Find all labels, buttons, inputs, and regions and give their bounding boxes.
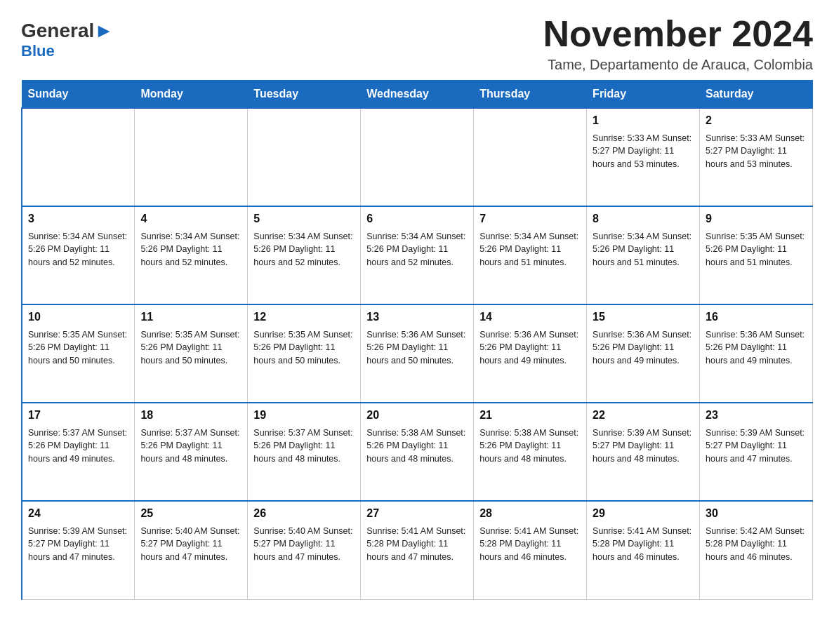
table-row: 22Sunrise: 5:39 AM Sunset: 5:27 PM Dayli… bbox=[587, 403, 700, 501]
day-number: 1 bbox=[593, 113, 694, 128]
day-info: Sunrise: 5:33 AM Sunset: 5:27 PM Dayligh… bbox=[706, 132, 807, 171]
table-row: 3Sunrise: 5:34 AM Sunset: 5:26 PM Daylig… bbox=[22, 206, 135, 304]
logo-blue: Blue bbox=[21, 42, 55, 60]
table-row: 23Sunrise: 5:39 AM Sunset: 5:27 PM Dayli… bbox=[700, 403, 813, 501]
table-row: 28Sunrise: 5:41 AM Sunset: 5:28 PM Dayli… bbox=[474, 501, 587, 599]
day-info: Sunrise: 5:34 AM Sunset: 5:26 PM Dayligh… bbox=[593, 230, 694, 269]
day-number: 13 bbox=[366, 309, 468, 325]
calendar-week-row: 3Sunrise: 5:34 AM Sunset: 5:26 PM Daylig… bbox=[22, 206, 813, 304]
day-info: Sunrise: 5:34 AM Sunset: 5:26 PM Dayligh… bbox=[28, 230, 128, 269]
table-row: 25Sunrise: 5:40 AM Sunset: 5:27 PM Dayli… bbox=[135, 501, 248, 599]
logo: General► Blue bbox=[21, 21, 114, 60]
day-info: Sunrise: 5:35 AM Sunset: 5:26 PM Dayligh… bbox=[253, 328, 355, 368]
day-info: Sunrise: 5:38 AM Sunset: 5:26 PM Dayligh… bbox=[479, 427, 581, 466]
table-row: 10Sunrise: 5:35 AM Sunset: 5:26 PM Dayli… bbox=[22, 304, 135, 403]
calendar-table: Sunday Monday Tuesday Wednesday Thursday… bbox=[21, 80, 813, 600]
table-row: 5Sunrise: 5:34 AM Sunset: 5:26 PM Daylig… bbox=[248, 206, 361, 304]
day-info: Sunrise: 5:40 AM Sunset: 5:27 PM Dayligh… bbox=[253, 525, 355, 564]
day-info: Sunrise: 5:38 AM Sunset: 5:26 PM Dayligh… bbox=[366, 427, 468, 466]
day-info: Sunrise: 5:35 AM Sunset: 5:26 PM Dayligh… bbox=[28, 328, 128, 368]
col-wednesday: Wednesday bbox=[361, 81, 474, 109]
day-info: Sunrise: 5:35 AM Sunset: 5:26 PM Dayligh… bbox=[706, 230, 807, 269]
day-info: Sunrise: 5:35 AM Sunset: 5:26 PM Dayligh… bbox=[140, 328, 241, 368]
table-row: 4Sunrise: 5:34 AM Sunset: 5:26 PM Daylig… bbox=[135, 206, 248, 304]
day-number: 4 bbox=[140, 211, 241, 227]
table-row: 16Sunrise: 5:36 AM Sunset: 5:26 PM Dayli… bbox=[700, 304, 813, 403]
day-number: 21 bbox=[479, 408, 581, 423]
day-number: 3 bbox=[28, 211, 128, 227]
day-info: Sunrise: 5:40 AM Sunset: 5:27 PM Dayligh… bbox=[140, 525, 241, 564]
day-info: Sunrise: 5:34 AM Sunset: 5:26 PM Dayligh… bbox=[366, 230, 468, 269]
day-number: 6 bbox=[366, 211, 468, 227]
day-number: 5 bbox=[253, 211, 355, 227]
day-number: 18 bbox=[140, 408, 241, 423]
day-number: 25 bbox=[140, 506, 241, 521]
table-row: 9Sunrise: 5:35 AM Sunset: 5:26 PM Daylig… bbox=[700, 206, 813, 304]
day-info: Sunrise: 5:37 AM Sunset: 5:26 PM Dayligh… bbox=[140, 427, 241, 466]
table-row: 15Sunrise: 5:36 AM Sunset: 5:26 PM Dayli… bbox=[587, 304, 700, 403]
table-row: 13Sunrise: 5:36 AM Sunset: 5:26 PM Dayli… bbox=[361, 304, 474, 403]
table-row: 18Sunrise: 5:37 AM Sunset: 5:26 PM Dayli… bbox=[135, 403, 248, 501]
title-section: November 2024 Tame, Departamento de Arau… bbox=[543, 14, 813, 73]
day-number: 11 bbox=[140, 309, 241, 325]
table-row bbox=[361, 108, 474, 206]
day-number: 29 bbox=[593, 506, 694, 521]
calendar-week-row: 1Sunrise: 5:33 AM Sunset: 5:27 PM Daylig… bbox=[22, 108, 813, 206]
day-info: Sunrise: 5:37 AM Sunset: 5:26 PM Dayligh… bbox=[253, 427, 355, 466]
col-monday: Monday bbox=[135, 81, 248, 109]
table-row: 7Sunrise: 5:34 AM Sunset: 5:26 PM Daylig… bbox=[474, 206, 587, 304]
table-row bbox=[22, 108, 135, 206]
calendar-week-row: 24Sunrise: 5:39 AM Sunset: 5:27 PM Dayli… bbox=[22, 501, 813, 599]
col-sunday: Sunday bbox=[22, 81, 135, 109]
day-number: 27 bbox=[366, 506, 468, 521]
table-row: 21Sunrise: 5:38 AM Sunset: 5:26 PM Dayli… bbox=[474, 403, 587, 501]
day-info: Sunrise: 5:39 AM Sunset: 5:27 PM Dayligh… bbox=[593, 427, 694, 466]
location-subtitle: Tame, Departamento de Arauca, Colombia bbox=[543, 57, 813, 73]
logo-general: General► bbox=[21, 21, 114, 41]
day-number: 26 bbox=[253, 506, 355, 521]
month-title: November 2024 bbox=[543, 14, 813, 54]
day-number: 20 bbox=[366, 408, 468, 423]
day-info: Sunrise: 5:39 AM Sunset: 5:27 PM Dayligh… bbox=[706, 427, 807, 466]
day-info: Sunrise: 5:41 AM Sunset: 5:28 PM Dayligh… bbox=[366, 525, 468, 564]
day-info: Sunrise: 5:34 AM Sunset: 5:26 PM Dayligh… bbox=[140, 230, 241, 269]
col-friday: Friday bbox=[587, 81, 700, 109]
day-info: Sunrise: 5:34 AM Sunset: 5:26 PM Dayligh… bbox=[253, 230, 355, 269]
col-saturday: Saturday bbox=[700, 81, 813, 109]
table-row: 14Sunrise: 5:36 AM Sunset: 5:26 PM Dayli… bbox=[474, 304, 587, 403]
calendar-week-row: 10Sunrise: 5:35 AM Sunset: 5:26 PM Dayli… bbox=[22, 304, 813, 403]
day-number: 16 bbox=[706, 309, 807, 325]
table-row bbox=[135, 108, 248, 206]
col-thursday: Thursday bbox=[474, 81, 587, 109]
day-number: 19 bbox=[253, 408, 355, 423]
day-info: Sunrise: 5:37 AM Sunset: 5:26 PM Dayligh… bbox=[28, 427, 128, 466]
day-info: Sunrise: 5:41 AM Sunset: 5:28 PM Dayligh… bbox=[593, 525, 694, 564]
logo-triangle-icon: ► bbox=[94, 20, 114, 41]
day-number: 30 bbox=[706, 506, 807, 521]
table-row: 30Sunrise: 5:42 AM Sunset: 5:28 PM Dayli… bbox=[700, 501, 813, 599]
day-number: 15 bbox=[593, 309, 694, 325]
day-info: Sunrise: 5:42 AM Sunset: 5:28 PM Dayligh… bbox=[706, 525, 807, 564]
day-number: 2 bbox=[706, 113, 807, 128]
table-row: 2Sunrise: 5:33 AM Sunset: 5:27 PM Daylig… bbox=[700, 108, 813, 206]
page-header: General► Blue November 2024 Tame, Depart… bbox=[21, 14, 813, 73]
day-number: 8 bbox=[593, 211, 694, 227]
table-row: 20Sunrise: 5:38 AM Sunset: 5:26 PM Dayli… bbox=[361, 403, 474, 501]
day-number: 23 bbox=[706, 408, 807, 423]
table-row: 26Sunrise: 5:40 AM Sunset: 5:27 PM Dayli… bbox=[248, 501, 361, 599]
day-number: 14 bbox=[479, 309, 581, 325]
table-row: 24Sunrise: 5:39 AM Sunset: 5:27 PM Dayli… bbox=[22, 501, 135, 599]
calendar-week-row: 17Sunrise: 5:37 AM Sunset: 5:26 PM Dayli… bbox=[22, 403, 813, 501]
day-info: Sunrise: 5:34 AM Sunset: 5:26 PM Dayligh… bbox=[479, 230, 581, 269]
col-tuesday: Tuesday bbox=[248, 81, 361, 109]
table-row: 11Sunrise: 5:35 AM Sunset: 5:26 PM Dayli… bbox=[135, 304, 248, 403]
day-info: Sunrise: 5:36 AM Sunset: 5:26 PM Dayligh… bbox=[593, 328, 694, 368]
table-row bbox=[474, 108, 587, 206]
table-row: 17Sunrise: 5:37 AM Sunset: 5:26 PM Dayli… bbox=[22, 403, 135, 501]
day-number: 7 bbox=[479, 211, 581, 227]
day-number: 24 bbox=[28, 506, 128, 521]
day-number: 28 bbox=[479, 506, 581, 521]
day-number: 22 bbox=[593, 408, 694, 423]
table-row: 19Sunrise: 5:37 AM Sunset: 5:26 PM Dayli… bbox=[248, 403, 361, 501]
table-row: 1Sunrise: 5:33 AM Sunset: 5:27 PM Daylig… bbox=[587, 108, 700, 206]
